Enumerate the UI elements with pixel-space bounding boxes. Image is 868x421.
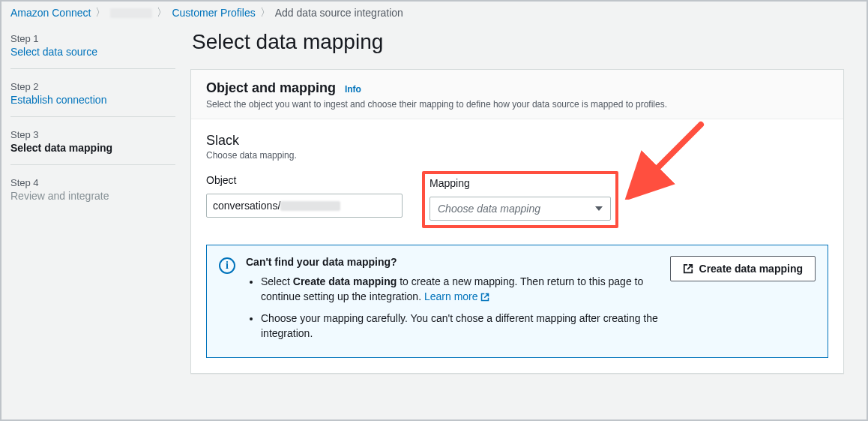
step-number: Step 2: [10, 81, 175, 92]
chevron-right-icon: 〉: [260, 6, 271, 20]
text-bold: Create data mapping: [293, 275, 397, 287]
learn-more-link[interactable]: Learn more: [424, 290, 489, 302]
info-box: i Can't find your data mapping? Select C…: [206, 245, 828, 358]
create-data-mapping-button[interactable]: Create data mapping: [670, 256, 816, 281]
panel-description: Select the object you want to ingest and…: [206, 99, 828, 110]
step-number: Step 4: [10, 177, 175, 188]
text: Select: [261, 275, 293, 287]
chevron-right-icon: 〉: [95, 6, 106, 20]
mapping-placeholder: Choose data mapping: [438, 203, 540, 215]
section-subtitle: Choose data mapping.: [206, 150, 828, 161]
sidebar-step-establish-connection[interactable]: Establish connection: [10, 94, 106, 106]
mapping-select[interactable]: Choose data mapping: [430, 197, 611, 221]
section-title: Slack: [206, 133, 828, 149]
info-icon: i: [219, 257, 235, 274]
info-bullet: Choose your mapping carefully. You can't…: [261, 311, 660, 341]
object-mapping-panel: Object and mapping Info Select the objec…: [190, 69, 844, 374]
panel-heading: Object and mapping: [206, 80, 336, 96]
object-value-redacted: [280, 201, 340, 211]
step-number: Step 3: [10, 129, 175, 140]
object-input[interactable]: conversations/: [206, 194, 403, 218]
caret-down-icon: [595, 206, 603, 211]
external-link-icon: [480, 293, 489, 302]
wizard-sidebar: Step 1 Select data source Step 2 Establi…: [1, 30, 190, 374]
button-label: Create data mapping: [699, 263, 803, 275]
page-title: Select data mapping: [192, 30, 844, 54]
info-link[interactable]: Info: [345, 84, 361, 95]
external-link-icon: [683, 263, 693, 274]
sidebar-step-select-data-source[interactable]: Select data source: [10, 46, 97, 58]
step-number: Step 1: [10, 33, 175, 44]
mapping-highlight: Mapping Choose data mapping: [422, 171, 618, 228]
sidebar-step-review-integrate: Review and integrate: [10, 190, 109, 202]
breadcrumb-root[interactable]: Amazon Connect: [10, 7, 91, 19]
breadcrumb: Amazon Connect 〉 〉 Customer Profiles 〉 A…: [1, 2, 867, 20]
sidebar-step-current: Select data mapping: [10, 142, 112, 154]
breadcrumb-instance-redacted[interactable]: [110, 8, 152, 18]
object-value-prefix: conversations/: [213, 200, 280, 212]
object-label: Object: [206, 174, 403, 189]
chevron-right-icon: 〉: [157, 6, 167, 20]
breadcrumb-current: Add data source integration: [275, 7, 403, 19]
mapping-label: Mapping: [430, 174, 611, 192]
info-bullet: Select Create data mapping to create a n…: [261, 274, 660, 305]
info-title: Can't find your data mapping?: [246, 256, 397, 268]
breadcrumb-customer-profiles[interactable]: Customer Profiles: [172, 7, 255, 19]
